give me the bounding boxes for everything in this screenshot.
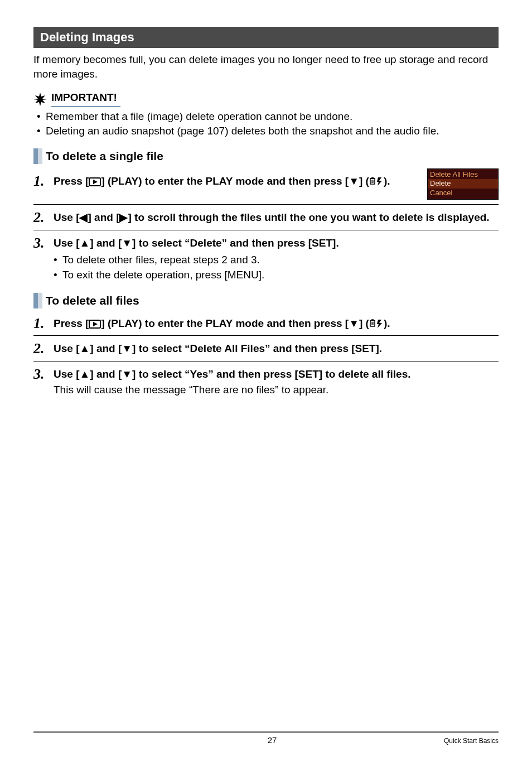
- svg-marker-2: [93, 180, 98, 184]
- step-1a-body: Press [] (PLAY) to enter the PLAY mode a…: [54, 174, 420, 189]
- delete-menu-screenshot: Delete All Files Delete Cancel: [427, 168, 499, 200]
- screenshot-line: Delete All Files: [430, 170, 496, 180]
- svg-rect-3: [370, 179, 375, 184]
- play-mode-icon: [89, 177, 101, 186]
- svg-marker-10: [93, 322, 98, 326]
- divider: [33, 204, 499, 205]
- important-label: IMPORTANT!: [51, 91, 120, 107]
- page-footer: 27 Quick Start Basics: [33, 731, 499, 745]
- step-number: 2.: [33, 210, 48, 225]
- important-bullets: Remember that a file (image) delete oper…: [33, 109, 499, 138]
- heading-text: To delete all files: [46, 293, 139, 308]
- sub-bullet: To exit the delete operation, press [MEN…: [62, 268, 499, 283]
- page-number: 27: [100, 735, 444, 745]
- important-burst-icon: [33, 93, 47, 106]
- step-number: 3.: [33, 236, 48, 250]
- footer-divider: [33, 731, 499, 733]
- step-1b-body: Press [] (PLAY) to enter the PLAY mode a…: [54, 316, 499, 331]
- step-number: 1.: [33, 174, 48, 189]
- screenshot-line: Cancel: [430, 189, 496, 198]
- svg-marker-16: [377, 320, 382, 328]
- heading-text: To delete a single file: [46, 148, 163, 164]
- divider: [33, 230, 499, 230]
- trash-flash-icon: [369, 176, 384, 186]
- footer-section-label: Quick Start Basics: [444, 737, 499, 745]
- screenshot-line-highlight: Delete: [428, 179, 498, 189]
- sub-bullet: To delete other files, repeat steps 2 an…: [62, 253, 499, 268]
- step-number: 2.: [33, 341, 48, 356]
- step-3b-note: This will cause the message “There are n…: [54, 383, 499, 398]
- heading-to-delete-all: To delete all files: [33, 293, 499, 308]
- step-number: 1.: [33, 316, 48, 331]
- divider: [33, 361, 499, 361]
- svg-marker-8: [377, 177, 382, 186]
- important-bullet: Remember that a file (image) delete oper…: [46, 109, 499, 124]
- step-3a-body: Use [▲] and [▼] to select “Delete” and t…: [54, 236, 499, 283]
- important-bullet: Deleting an audio snapshot (page 107) de…: [46, 124, 499, 138]
- svg-rect-11: [370, 321, 375, 326]
- divider: [33, 335, 499, 336]
- step-number: 3.: [33, 367, 48, 382]
- heading-to-delete-single: To delete a single file: [33, 148, 499, 164]
- play-mode-icon: [89, 320, 101, 329]
- svg-marker-0: [33, 93, 47, 106]
- step-2b-body: Use [▲] and [▼] to select “Delete All Fi…: [54, 341, 499, 356]
- trash-flash-icon: [369, 319, 384, 329]
- step-3a-sub-bullets: To delete other files, repeat steps 2 an…: [54, 253, 499, 282]
- step-3b-body: Use [▲] and [▼] to select “Yes” and then…: [54, 367, 499, 398]
- step-2a-body: Use [◀] and [▶] to scroll through the fi…: [54, 210, 499, 225]
- section-header: Deleting Images: [33, 27, 499, 48]
- intro-paragraph: If memory becomes full, you can delete i…: [33, 52, 499, 81]
